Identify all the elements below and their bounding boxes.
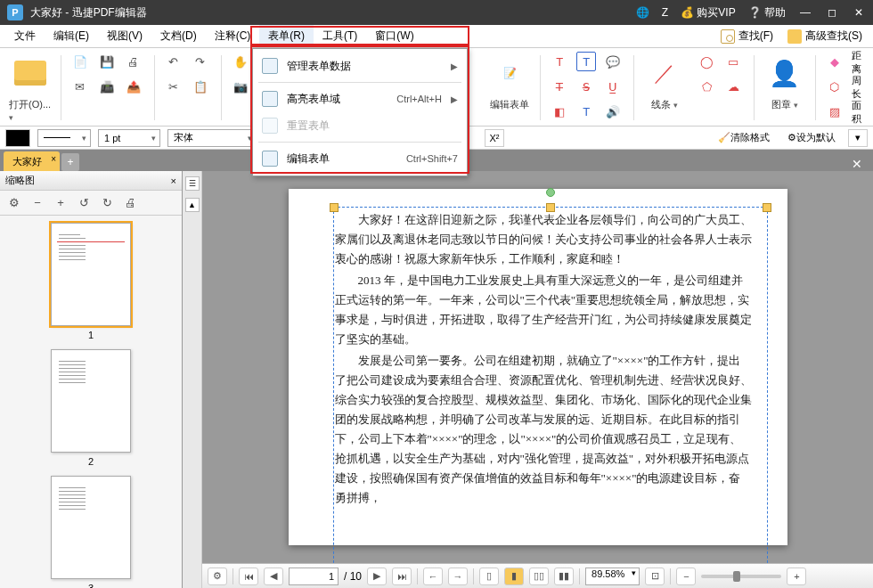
menu-edit-form[interactable]: 编辑表单 Ctrl+Shift+7 <box>253 145 467 172</box>
thumb-zoom-in-button[interactable]: + <box>52 194 69 212</box>
document-scroll[interactable]: 大家好！在这辞旧迎新之际，我谨代表企业各层领导们，向公司的广大员工、家属们以及离… <box>202 171 873 563</box>
menu-document[interactable]: 文档(D) <box>151 25 206 47</box>
edit-form-button[interactable]: 📝 编辑表单 <box>488 52 531 111</box>
clear-format-button[interactable]: 🧹 清除格式 <box>713 129 775 147</box>
zoom-in-button[interactable]: + <box>787 568 806 585</box>
nav-up-button[interactable]: ▲ <box>185 198 200 212</box>
continuous-facing-button[interactable]: ▮▮ <box>554 568 574 585</box>
user-letter[interactable]: Z <box>662 6 668 19</box>
superscript-button[interactable]: X² <box>485 129 504 147</box>
single-page-button[interactable]: ▯ <box>479 568 499 585</box>
ellipse-button[interactable]: ◯ <box>697 52 716 71</box>
zoom-slider[interactable] <box>701 575 781 578</box>
redo-button[interactable]: ↷ <box>191 52 210 71</box>
nav-bookmarks-button[interactable]: ☰ <box>185 176 200 191</box>
last-page-button[interactable]: ⏭ <box>392 568 412 585</box>
tab-add-button[interactable]: + <box>61 153 79 171</box>
set-default-button[interactable]: ⚙ 设为默认 <box>782 129 841 147</box>
page-number-input[interactable] <box>289 568 339 585</box>
maximize-button[interactable]: ◻ <box>825 6 839 19</box>
tab-close-button[interactable]: × <box>51 154 56 164</box>
status-options-button[interactable]: ⚙ <box>208 568 227 585</box>
panel-close-button[interactable]: × <box>171 176 176 186</box>
line-color-button[interactable] <box>5 129 30 147</box>
menu-manage-form-data[interactable]: 管理表单数据 ▶ <box>253 53 467 79</box>
tabs-close-all-button[interactable]: ✕ <box>844 157 869 171</box>
eraser-button[interactable]: ◆ <box>825 52 844 71</box>
page[interactable]: 大家好！在这辞旧迎新之际，我谨代表企业各层领导们，向公司的广大员工、家属们以及离… <box>289 189 787 545</box>
minimize-button[interactable]: — <box>798 6 812 19</box>
font-combo[interactable]: 宋体 <box>167 129 257 147</box>
copy-button[interactable]: 📋 <box>191 77 210 96</box>
prev-page-button[interactable]: ◀ <box>264 568 283 585</box>
attach-button[interactable]: 🔊 <box>603 102 623 121</box>
text-box-button[interactable]: T <box>576 52 596 71</box>
resize-handle[interactable] <box>763 203 771 212</box>
cloud-button[interactable]: ☁ <box>723 77 743 96</box>
email-button[interactable]: ✉ <box>70 77 90 96</box>
help-button[interactable]: ❔ 帮助 <box>748 5 786 20</box>
nav-back-button[interactable]: ← <box>423 568 443 585</box>
text-field-button[interactable]: T <box>550 52 569 71</box>
highlight-text-button[interactable]: T̶ <box>550 77 569 96</box>
more-props-button[interactable]: ▾ <box>848 129 868 147</box>
hand-tool-button[interactable]: ✋ <box>231 52 250 71</box>
zoom-out-button[interactable]: − <box>676 568 696 585</box>
note-button[interactable]: ◧ <box>550 102 569 121</box>
thumbnail-3[interactable]: ▬▬▬▬▬▬▬▬▬▬▬▬▬▬▬▬▬▬▬▬▬▬▬▬▬▬▬▬▬▬▬▬▬▬▬▬▬▬▬▬… <box>51 476 131 588</box>
snapshot-button[interactable]: 📷 <box>231 77 250 96</box>
next-page-button[interactable]: ▶ <box>367 568 387 585</box>
line-style-combo[interactable] <box>37 129 91 147</box>
nav-fwd-button[interactable]: → <box>448 568 468 585</box>
thumb-zoom-out-button[interactable]: − <box>29 194 46 212</box>
cut-button[interactable]: ✂ <box>164 77 184 96</box>
polygon-button[interactable]: ⬠ <box>697 77 716 96</box>
close-button[interactable]: ✕ <box>852 6 866 19</box>
thumb-rotate-cw-button[interactable]: ↻ <box>98 194 116 212</box>
print-button[interactable]: 🖨 <box>124 52 143 71</box>
facing-page-button[interactable]: ▯▯ <box>529 568 549 585</box>
resize-handle[interactable] <box>330 203 339 212</box>
find-button[interactable]: 查找(F) <box>715 29 779 44</box>
scan-button[interactable]: 📠 <box>97 77 117 96</box>
strikeout-button[interactable]: S̶ <box>576 77 596 96</box>
callout-button[interactable]: 💬 <box>603 52 623 71</box>
export-button[interactable]: 📤 <box>124 77 143 96</box>
underline-button[interactable]: U̲ <box>603 77 623 96</box>
thumb-options-button[interactable]: ⚙ <box>5 194 23 212</box>
continuous-page-button[interactable]: ▮ <box>504 568 524 585</box>
stamp-button[interactable]: 👤 图章 <box>763 52 806 111</box>
lines-button[interactable]: ／ 线条 <box>643 52 686 111</box>
tab-active[interactable]: 大家好 × <box>4 151 60 171</box>
zoom-combo[interactable]: 89.58% <box>585 568 640 585</box>
menu-comment[interactable]: 注释(C) <box>206 25 260 47</box>
area-button[interactable]: ▨ <box>825 102 844 121</box>
rectangle-button[interactable]: ▭ <box>723 52 743 71</box>
menu-tools[interactable]: 工具(T) <box>314 25 366 47</box>
menu-form[interactable]: 表单(R) <box>259 25 314 47</box>
globe-icon[interactable]: 🌐 <box>636 6 649 19</box>
undo-button[interactable]: ↶ <box>164 52 184 71</box>
selection-box[interactable] <box>333 207 768 563</box>
thumb-rotate-ccw-button[interactable]: ↺ <box>75 194 93 212</box>
thumbnail-1[interactable]: ▬▬▬▬▬▬▬▬▬▬▬▬▬▬▬▬▬▬▬▬▬▬▬▬▬▬▬▬▬▬▬▬▬▬▬▬▬▬▬▬… <box>51 223 131 340</box>
first-page-button[interactable]: ⏮ <box>239 568 258 585</box>
menu-highlight-form-fields[interactable]: 高亮表单域 Ctrl+Alt+H ▶ <box>253 86 467 112</box>
open-button[interactable]: 打开(O)... <box>9 52 52 122</box>
menu-edit[interactable]: 编辑(E) <box>45 25 98 47</box>
perimeter-button[interactable]: ⬡ <box>825 77 844 96</box>
buy-vip-button[interactable]: 💰 购买VIP <box>681 5 736 20</box>
line-weight-combo[interactable]: 1 pt <box>98 129 160 147</box>
menu-file[interactable]: 文件 <box>5 25 45 47</box>
advanced-find-button[interactable]: 高级查找(S) <box>782 29 868 44</box>
menu-window[interactable]: 窗口(W) <box>366 25 422 47</box>
typewriter-button[interactable]: T <box>576 102 596 121</box>
thumb-print-button[interactable]: 🖨 <box>121 194 139 212</box>
thumbnail-2[interactable]: ▬▬▬▬▬▬▬▬▬▬▬▬▬▬▬▬▬▬▬▬▬▬▬▬▬▬▬▬▬▬▬▬▬▬▬▬▬▬▬▬… <box>51 349 131 467</box>
resize-handle[interactable] <box>546 203 555 212</box>
new-doc-button[interactable]: 📄 <box>70 52 90 71</box>
menu-view[interactable]: 视图(V) <box>98 25 151 47</box>
rotate-handle[interactable] <box>546 188 555 197</box>
zoom-actual-button[interactable]: ⊡ <box>645 568 665 585</box>
save-button[interactable]: 💾 <box>97 52 117 71</box>
